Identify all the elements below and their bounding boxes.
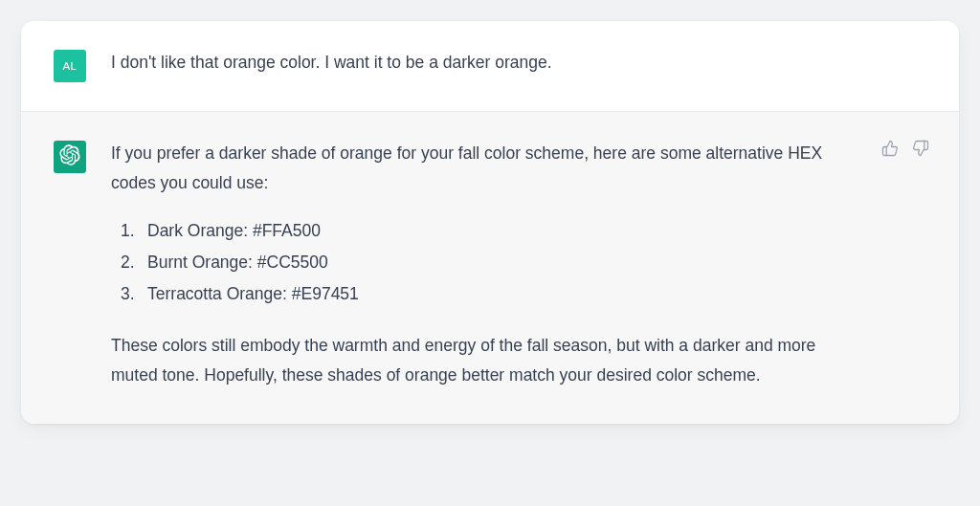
- thumbs-down-button[interactable]: [911, 141, 930, 160]
- assistant-message-content: If you prefer a darker shade of orange f…: [111, 139, 926, 395]
- message-actions: [880, 141, 930, 160]
- assistant-message: If you prefer a darker shade of orange f…: [21, 112, 959, 424]
- user-message-text: I don't like that orange color. I want i…: [111, 53, 552, 72]
- assistant-avatar: [54, 141, 86, 173]
- user-message-content: I don't like that orange color. I want i…: [111, 48, 926, 77]
- user-avatar: AL: [54, 50, 86, 82]
- thumbs-up-icon: [881, 140, 899, 161]
- openai-logo-icon: [59, 144, 80, 169]
- assistant-list: Dark Orange: #FFA500 Burnt Orange: #CC55…: [111, 216, 859, 308]
- assistant-intro-text: If you prefer a darker shade of orange f…: [111, 139, 859, 197]
- thumbs-down-icon: [912, 140, 929, 161]
- list-item: Dark Orange: #FFA500: [119, 216, 859, 246]
- list-item: Burnt Orange: #CC5500: [119, 248, 859, 277]
- user-avatar-initials: AL: [62, 60, 77, 72]
- thumbs-up-button[interactable]: [880, 141, 900, 160]
- assistant-outro-text: These colors still embody the warmth and…: [111, 331, 859, 389]
- conversation-card: AL I don't like that orange color. I wan…: [21, 21, 959, 424]
- user-message: AL I don't like that orange color. I wan…: [21, 21, 959, 112]
- list-item: Terracotta Orange: #E97451: [119, 279, 859, 309]
